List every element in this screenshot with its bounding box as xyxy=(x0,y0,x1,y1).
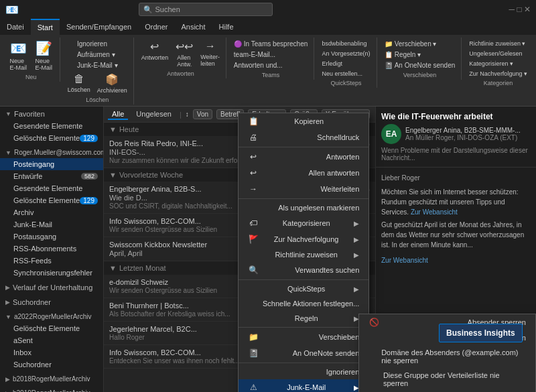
btn-neue-email2[interactable]: 📝 NeueE-Mail xyxy=(31,39,56,72)
group-neu-label: Neu xyxy=(25,72,37,80)
filter-all[interactable]: Alle xyxy=(108,109,128,120)
btn-junk[interactable]: Junk-E-Mail ▾ xyxy=(74,60,121,70)
arrow-suchordner-icon: ▶ xyxy=(5,299,10,306)
btn-team-email[interactable]: team-E-Mail... xyxy=(231,50,310,60)
btn-verschieben[interactable]: 📁 Verschieben ▾ xyxy=(382,39,458,49)
group-arrow-vorvorletzte: ▼ xyxy=(109,171,117,179)
ctx-weiterleiten[interactable]: → Weiterleiten xyxy=(239,181,368,197)
btn-archivieren[interactable]: 📦 Archivieren xyxy=(94,72,130,95)
sidebar-item-a2022-inbox[interactable]: Inbox xyxy=(0,346,103,358)
tab-hilfe[interactable]: Hilfe xyxy=(212,19,241,35)
sidebar-item-a2022-suchordner[interactable]: Suchordner xyxy=(0,358,103,371)
account-label: Roger.Mueller@swisscom.com xyxy=(14,149,104,156)
filter-unread[interactable]: Ungelesen xyxy=(132,109,176,120)
btn-richtlinie[interactable]: Richtlinie zuweisen ▾ xyxy=(466,39,530,48)
sidebar-header-b2018[interactable]: ▶ b2018RogerMuellerArchiv xyxy=(0,373,103,385)
btn-vorgesetzte[interactable]: An Vorgesetzte(n) xyxy=(319,49,373,58)
btn-nachverfolgung[interactable]: Zur Nachverfolgung ▾ xyxy=(466,69,530,78)
verlauf-label: Verlauf der Unterhaltung xyxy=(13,283,92,291)
sidebar-header-b2019[interactable]: ▶ b2019RogerMuellerArchiv xyxy=(0,387,103,392)
search-box[interactable]: 🔍 Suchen xyxy=(139,3,273,16)
btn-ignorieren[interactable]: Ignorieren xyxy=(74,39,121,49)
filter-sep: | xyxy=(180,111,182,119)
tab-senden[interactable]: Senden/Empfangen xyxy=(60,19,138,35)
btn-antworten[interactable]: ↩ Antworten xyxy=(139,39,172,69)
sidebar-section-b2018: ▶ b2018RogerMuellerArchiv xyxy=(0,372,103,386)
ribbon-group-antworten: ↩ Antworten ↩↩ AllenAntw. → Weiter-leite… xyxy=(135,38,226,78)
btn-onenote[interactable]: 📓 An OneNote senden xyxy=(382,60,458,70)
ctx-junk[interactable]: ⚠ Junk-E-Mail ▶ xyxy=(239,379,368,392)
sidebar-header-verlauf[interactable]: ▶ Verlauf der Unterhaltung xyxy=(0,281,103,293)
sidebar-item-gesendete[interactable]: Gesendete Elemente xyxy=(0,120,103,132)
btn-bsdwbi[interactable]: bsdwbibenabling xyxy=(319,39,373,48)
ctx-kopieren[interactable]: 📋 Kopieren xyxy=(239,113,368,129)
ctx-regeln[interactable]: Regeln ▶ xyxy=(239,311,368,326)
btn-regeln[interactable]: 📋 Regeln ▾ xyxy=(382,50,458,60)
tab-start[interactable]: Start xyxy=(31,19,60,35)
delete-icon: 🗑 xyxy=(74,73,84,85)
sidebar-header-favoriten[interactable]: ▼ Favoriten xyxy=(0,108,103,120)
sidebar-header-account[interactable]: ▼ Roger.Mueller@swisscom.com xyxy=(0,147,103,158)
ctx-sep3 xyxy=(239,279,368,280)
ribbon-group-teams: 🟣 In Teams besprechen team-E-Mail... Ant… xyxy=(228,38,314,80)
sidebar-item-a2022-geloeschte[interactable]: Gelöschte Elemente xyxy=(0,322,103,334)
sidebar-header-suchordner[interactable]: ▶ Suchordner xyxy=(0,296,103,308)
btn-ungelesen[interactable]: Ungelesen/Gelesen xyxy=(466,49,530,58)
tab-ordner[interactable]: Ordner xyxy=(138,19,174,35)
btn-allen-antworten[interactable]: ↩↩ AllenAntw. xyxy=(172,39,196,69)
sidebar-item-archiv[interactable]: Archiv xyxy=(0,206,103,218)
sidebar-header-a2022[interactable]: ▼ a2022RogerMuellerArchiv xyxy=(0,311,103,322)
btn-loeschen[interactable]: 🗑 Löschen xyxy=(65,72,93,95)
ctx-sep5 xyxy=(239,363,368,363)
onenote-icon2: 📓 xyxy=(248,348,259,358)
flag-icon: 🚩 xyxy=(248,235,259,244)
sidebar-section-a2022: ▼ a2022RogerMuellerArchiv Gelöschte Elem… xyxy=(0,310,103,372)
ctx-schnelldruck[interactable]: 🖨 Schnelldruck xyxy=(239,129,368,145)
reading-pane-from: EA Engelberger Anina, B2B-SME-MMM-... An… xyxy=(381,124,531,144)
btn-erledigt[interactable]: Erledigt xyxy=(319,59,373,68)
tab-datei[interactable]: Datei xyxy=(0,19,31,35)
ctx-kategorisieren[interactable]: 🏷 Kategorisieren ▶ xyxy=(239,215,368,231)
reply-icon: ↩ xyxy=(150,40,159,53)
sidebar-item-gesendete2[interactable]: Gesendete Elemente xyxy=(0,182,103,194)
sidebar-item-a2022-asent[interactable]: aSent xyxy=(0,334,103,346)
rules-icon: 📋 xyxy=(385,51,393,58)
btn-neu-erstellen[interactable]: Neu erstellen... xyxy=(319,69,373,78)
reading-pane-link[interactable]: Zur Webansicht xyxy=(411,208,458,216)
ctx-ungelesen[interactable]: Als ungelesen markieren xyxy=(239,200,368,215)
btn-aufraeumen[interactable]: Aufräumen ▾ xyxy=(74,50,121,60)
tab-ansicht[interactable]: Ansicht xyxy=(174,19,212,35)
ctx-verwandtes[interactable]: 🔍 Verwandtes suchen xyxy=(239,262,368,278)
sidebar-item-sync[interactable]: Synchronisierungsfehler xyxy=(0,267,103,279)
filter-von[interactable]: Von xyxy=(193,109,212,119)
ctx-sep2 xyxy=(239,198,368,199)
sidebar-item-postausgang[interactable]: Postausgang xyxy=(0,231,103,243)
btn-teams[interactable]: 🟣 In Teams besprechen xyxy=(231,39,310,49)
sidebar-item-posteingang[interactable]: Posteingang xyxy=(0,158,103,170)
ctx-nachverfolgung[interactable]: 🚩 Zur Nachverfolgung ▶ xyxy=(239,231,368,247)
ctx-antworten[interactable]: ↩ Antworten xyxy=(239,149,368,165)
sidebar-item-junk[interactable]: Junk-E-Mail xyxy=(0,218,103,231)
ctx-schnelle-aktionen[interactable]: Schnelle Aktionen festlegen... xyxy=(239,296,368,311)
badge-entwuerfe: 582 xyxy=(81,173,98,180)
ctx-quicksteps[interactable]: QuickSteps ▶ xyxy=(239,281,368,296)
email-sender: Engelberger Anina, B2B-S... xyxy=(109,185,202,193)
sidebar-section-account: ▼ Roger.Mueller@swisscom.com Posteingang… xyxy=(0,145,103,280)
sidebar-item-rss-abo[interactable]: RSS-Abonnements xyxy=(0,243,103,255)
btn-antworten-und[interactable]: Antworten und... xyxy=(231,60,310,70)
ctx-richtlinie[interactable]: Richtlinie zuweisen ▶ xyxy=(239,247,368,262)
ctx-ignorieren[interactable]: Ignorieren xyxy=(239,365,368,379)
ctx-onenote[interactable]: 📓 An OneNote senden xyxy=(239,345,368,361)
arrow-b2019-icon: ▶ xyxy=(5,390,10,393)
ctx-allen-antworten[interactable]: ↩ Allen antworten xyxy=(239,165,368,181)
btn-kategorisieren[interactable]: Kategorisieren ▾ xyxy=(466,59,530,68)
ctx-verschieben[interactable]: 📁 Verschieben xyxy=(239,329,368,345)
reading-pane-weblink[interactable]: Zur Webansicht xyxy=(381,255,531,265)
btn-neue-email[interactable]: 📧 NeueE-Mail xyxy=(6,39,30,72)
sidebar-item-entwuerfe[interactable]: Entwürfe 582 xyxy=(0,170,103,182)
btn-weiterleiten[interactable]: → Weiter-leiten xyxy=(198,39,222,69)
sidebar-item-rss-feeds[interactable]: RSS-Feeds xyxy=(0,255,103,267)
sidebar-item-geloeschte-fav[interactable]: Gelöschte Elemente 129 xyxy=(0,132,103,144)
sidebar-item-geloeschte2[interactable]: Gelöschte Elemente 129 xyxy=(0,194,103,206)
reading-pane-meta: Wenn Probleme mit der Darstellungsweise … xyxy=(381,147,531,161)
